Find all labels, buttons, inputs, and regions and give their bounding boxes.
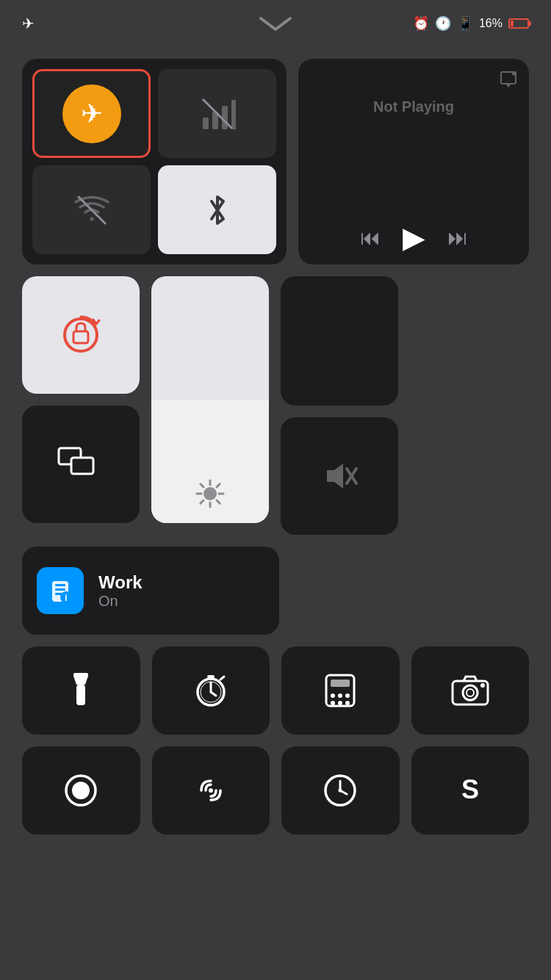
airplane-icon: ✈ <box>81 98 103 129</box>
flashlight-icon <box>66 670 96 711</box>
timer-button[interactable] <box>152 646 270 735</box>
svg-rect-29 <box>76 685 85 705</box>
svg-line-35 <box>211 692 216 696</box>
battery-percent: 16% <box>479 17 503 30</box>
svg-point-42 <box>345 693 350 698</box>
brightness-slider[interactable] <box>151 276 269 523</box>
svg-point-45 <box>345 701 350 705</box>
airplane-circle: ✈ <box>62 84 121 143</box>
brightness-sun-icon <box>195 479 225 508</box>
airplay-button[interactable] <box>498 69 519 90</box>
svg-point-56 <box>339 789 342 793</box>
screen-record-icon <box>62 772 99 809</box>
svg-point-47 <box>463 685 478 700</box>
calculator-button[interactable] <box>281 646 400 735</box>
svg-point-49 <box>480 683 485 688</box>
svg-point-41 <box>338 693 342 698</box>
work-text: Work On <box>98 572 143 610</box>
volume-slider[interactable] <box>281 276 398 406</box>
media-controls: ⏮ ▶ ⏭ <box>309 220 519 254</box>
clock-icon <box>322 772 359 809</box>
svg-rect-36 <box>207 675 215 678</box>
svg-point-40 <box>331 693 335 698</box>
second-section <box>22 276 529 535</box>
svg-text:i: i <box>65 593 67 603</box>
work-sublabel: On <box>98 593 143 610</box>
mute-button[interactable] <box>281 417 398 535</box>
camera-icon <box>450 674 490 707</box>
svg-point-52 <box>209 788 213 793</box>
svg-text:S: S <box>461 774 479 804</box>
svg-point-43 <box>331 701 335 705</box>
play-button[interactable]: ▶ <box>403 220 425 254</box>
bottom-row-1 <box>22 646 529 735</box>
svg-line-19 <box>201 500 204 503</box>
cellular-icon <box>199 96 236 132</box>
rotation-lock-button[interactable] <box>22 276 140 394</box>
svg-point-48 <box>467 689 474 696</box>
right-controls <box>281 276 398 535</box>
shazam-button[interactable]: S <box>411 746 530 835</box>
bottom-row-2: S <box>22 746 529 835</box>
shazam-icon: S <box>452 772 489 809</box>
svg-rect-3 <box>231 100 236 129</box>
wifi-button[interactable] <box>32 165 151 254</box>
timer-icon <box>192 672 229 709</box>
svg-rect-0 <box>203 118 209 129</box>
svg-rect-25 <box>55 588 65 591</box>
bluetooth-button[interactable] <box>158 165 276 254</box>
control-center: ✈ <box>0 59 551 835</box>
nfc-icon <box>192 772 229 809</box>
svg-point-11 <box>204 487 217 500</box>
sim-icon: 📱 <box>457 15 473 32</box>
camera-button[interactable] <box>411 646 530 735</box>
svg-line-18 <box>217 484 220 487</box>
svg-rect-8 <box>73 331 88 343</box>
screen-mirror-button[interactable] <box>22 406 140 523</box>
airplane-mode-button[interactable]: ✈ <box>32 69 151 158</box>
screen-record-button[interactable] <box>22 746 140 835</box>
svg-rect-2 <box>222 106 228 129</box>
airplane-mode-status-icon: ✈ <box>22 15 35 32</box>
work-label: Work <box>98 572 143 593</box>
svg-rect-10 <box>71 458 93 474</box>
clock-button[interactable] <box>281 746 400 835</box>
fast-forward-button[interactable]: ⏭ <box>447 226 468 250</box>
battery-icon <box>508 18 529 29</box>
media-title: Not Playing <box>309 98 519 115</box>
work-focus-icon: i <box>37 567 84 614</box>
bluetooth-icon <box>206 192 229 228</box>
wifi-icon <box>74 192 109 228</box>
svg-rect-39 <box>331 680 350 687</box>
svg-point-51 <box>72 782 90 799</box>
svg-line-37 <box>220 677 224 680</box>
connectivity-panel: ✈ <box>22 59 287 264</box>
media-player-panel: Not Playing ⏮ ▶ ⏭ <box>298 59 529 264</box>
pull-down-chevron[interactable] <box>257 15 294 32</box>
status-right-group: ⏰ 🕐 📱 16% <box>413 15 529 32</box>
svg-point-44 <box>338 701 342 705</box>
alarm-icon: ⏰ <box>413 15 429 32</box>
svg-line-16 <box>201 484 204 487</box>
left-controls <box>22 276 140 535</box>
svg-marker-20 <box>327 464 343 489</box>
svg-rect-24 <box>55 584 65 586</box>
work-focus-row: i Work On <box>22 547 529 635</box>
svg-line-17 <box>217 500 220 503</box>
work-focus-button[interactable]: i Work On <box>22 547 279 635</box>
svg-rect-31 <box>73 673 88 677</box>
flashlight-button[interactable] <box>22 646 140 735</box>
calculator-icon <box>323 672 357 709</box>
rewind-button[interactable]: ⏮ <box>360 226 381 250</box>
cellular-button[interactable] <box>158 69 276 158</box>
nfc-button[interactable] <box>152 746 270 835</box>
svg-point-6 <box>512 71 516 76</box>
clock-status-icon: 🕐 <box>435 15 451 32</box>
top-section: ✈ <box>22 59 529 264</box>
